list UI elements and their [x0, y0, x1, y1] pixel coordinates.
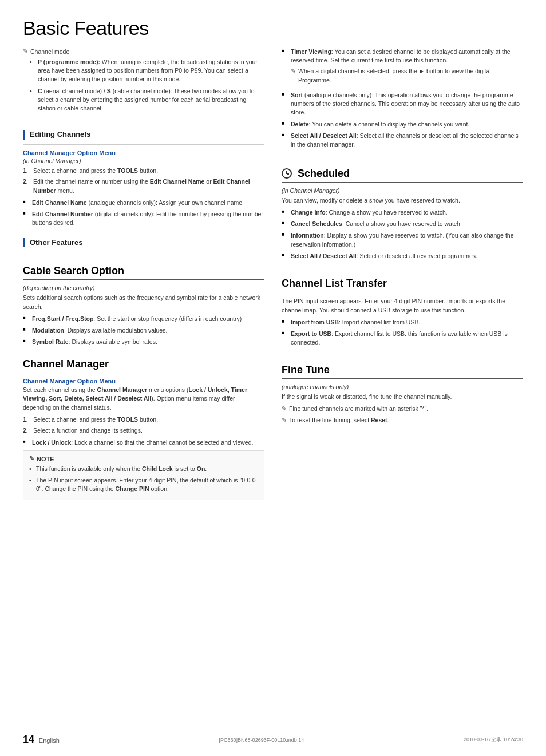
sort-item: Sort (analogue channels only): This oper…	[282, 91, 523, 117]
fine-tune-title: Fine Tune	[282, 364, 523, 376]
content-grid: ✎ Channel mode P (programme mode): When …	[23, 48, 523, 505]
other-features-divider	[23, 252, 264, 252]
channel-list-transfer-list: Import from USB: Import channel list fro…	[282, 318, 523, 347]
step-2-text: Edit the channel name or number using th…	[33, 178, 250, 193]
channel-mode-list: P (programme mode): When tuning is compl…	[23, 58, 264, 113]
timer-note-text: When a digital channel is selected, pres…	[298, 67, 523, 84]
scheduled-title: Scheduled	[282, 168, 523, 180]
channel-mode-section: ✎ Channel mode P (programme mode): When …	[23, 48, 264, 117]
channel-mode-header: ✎ Channel mode	[23, 48, 264, 55]
step-1-text: Select a channel and press the TOOLS but…	[33, 167, 158, 174]
scheduled-title-text: Scheduled	[298, 168, 350, 179]
channel-manager-option-title: Channel Manager Option Menu	[23, 149, 264, 156]
page-title: Basic Features	[23, 17, 523, 39]
channel-mode-p-label: P (programme mode):	[38, 58, 100, 65]
timer-viewing-item: Timer Viewing: You can set a desired cha…	[282, 48, 523, 85]
note-block-title: ✎ NOTE	[29, 455, 258, 462]
channel-list-transfer-body: The PIN input screen appears. Enter your…	[282, 297, 523, 315]
channel-list-transfer-title: Channel List Transfer	[282, 278, 523, 290]
editing-step-2: 2. Edit the channel name or number using…	[23, 177, 264, 195]
fine-tune-note-2: ✎ To reset the fine-tuning, select Reset…	[282, 416, 523, 425]
cable-search-title: Cable Search Option	[23, 265, 264, 277]
channel-manager-label: (in Channel Manager)	[23, 157, 264, 164]
note-block: ✎ NOTE This function is available only w…	[23, 450, 264, 500]
fine-tune-note-1: ✎ Fine tuned channels are marked with an…	[282, 405, 523, 414]
scheduled-clock-icon	[282, 168, 292, 179]
left-column: ✎ Channel mode P (programme mode): When …	[23, 48, 264, 505]
other-features-section: Other Features	[23, 231, 264, 258]
fine-tune-note-2-text: To reset the fine-tuning, select Reset.	[289, 416, 389, 425]
symbol-rate-item: Symbol Rate: Displays available symbol r…	[23, 338, 264, 346]
channel-manager-title: Channel Manager	[23, 358, 264, 370]
lock-unlock-item: Lock / Unlock: Lock a channel so that th…	[23, 438, 264, 447]
cm-step-num-1: 1.	[23, 415, 28, 424]
edit-channel-number-item: Edit Channel Number (digital channels on…	[23, 210, 264, 227]
scheduled-divider	[282, 182, 523, 183]
scheduled-body: You can view, modify or delete a show yo…	[282, 196, 523, 205]
export-to-usb-item: Export to USB: Export channel list to US…	[282, 330, 523, 347]
fine-tune-section: Fine Tune (analogue channels only) If th…	[282, 356, 523, 428]
page-number-block: 14 English	[23, 734, 60, 746]
editing-step-1: 1. Select a channel and press the TOOLS …	[23, 167, 264, 175]
change-info-item: Change Info: Change a show you have rese…	[282, 208, 523, 217]
cm-step-2-text: Select a function and change its setting…	[33, 427, 143, 434]
editing-channels-divider	[23, 144, 264, 145]
channel-manager-steps: 1. Select a channel and press the TOOLS …	[23, 415, 264, 435]
cm-step-2: 2. Select a function and change its sett…	[23, 426, 264, 435]
footer-date: 2010-03-16 오후 10:24:30	[464, 736, 523, 743]
channel-mode-c-label: C	[38, 88, 42, 94]
fine-tune-divider	[282, 378, 523, 379]
channel-manager-option-menu-title: Channel Manager Option Menu	[23, 378, 264, 385]
cancel-schedules-item: Cancel Schedules: Cancel a show you have…	[282, 220, 523, 228]
editing-steps-list: 1. Select a channel and press the TOOLS …	[23, 167, 264, 195]
freq-item: Freq.Start / Freq.Stop: Set the start or…	[23, 315, 264, 323]
cm-step-num-2: 2.	[23, 426, 28, 435]
scheduled-label: (in Channel Manager)	[282, 187, 523, 194]
channel-manager-divider	[23, 373, 264, 373]
editing-channels-section: Editing Channels Channel Manager Option …	[23, 123, 264, 231]
cable-search-body: Sets additional search options such as t…	[23, 294, 264, 312]
import-from-usb-item: Import from USB: Import channel list fro…	[282, 318, 523, 327]
channel-manager-body: Set each channel using the Channel Manag…	[23, 386, 264, 413]
fine-tune-note-1-text: Fine tuned channels are marked with an a…	[289, 405, 428, 413]
fine-tune-body: If the signal is weak or distorted, fine…	[282, 393, 523, 402]
footer-file: [PC530]BN68-02693F-00L10.indb 14	[219, 737, 304, 743]
other-features-header: Other Features	[23, 238, 264, 248]
modulation-item: Modulation: Displays available modulatio…	[23, 326, 264, 335]
page-footer: 14 English [PC530]BN68-02693F-00L10.indb…	[0, 729, 546, 746]
channel-manager-section: Channel Manager Channel Manager Option M…	[23, 350, 264, 505]
scheduled-list: Change Info: Change a show you have rese…	[282, 208, 523, 260]
right-column: Timer Viewing: You can set a desired cha…	[282, 48, 523, 505]
cable-search-country-label: (depending on the country)	[23, 284, 264, 291]
channel-mode-item-cs: C (aerial channel mode) / S (cable chann…	[30, 87, 264, 113]
scheduled-select-all-item: Select All / Deselect All: Select or des…	[282, 252, 523, 260]
channel-mode-item-p: P (programme mode): When tuning is compl…	[30, 58, 264, 84]
note-item-1: This function is available only when the…	[29, 465, 258, 473]
select-all-item: Select All / Deselect All: Select all th…	[282, 132, 523, 149]
channel-list-transfer-divider	[282, 292, 523, 292]
delete-item: Delete: You can delete a channel to disp…	[282, 120, 523, 129]
scheduled-section: Scheduled (in Channel Manager) You can v…	[282, 160, 523, 264]
fine-tune-pencil-2: ✎	[282, 416, 287, 425]
note-title-text: NOTE	[37, 456, 54, 462]
cm-step-1: 1. Select a channel and press the TOOLS …	[23, 415, 264, 424]
timer-note-pencil: ✎	[291, 67, 296, 76]
timer-viewing-list: Timer Viewing: You can set a desired cha…	[282, 48, 523, 88]
fine-tune-label: (analogue channels only)	[282, 383, 523, 390]
cable-search-list: Freq.Start / Freq.Stop: Set the start or…	[23, 315, 264, 347]
right-top-list: Sort (analogue channels only): This oper…	[282, 91, 523, 152]
timer-viewing-note: ✎ When a digital channel is selected, pr…	[291, 67, 523, 84]
step-num-1: 1.	[23, 167, 28, 175]
fine-tune-pencil-1: ✎	[282, 405, 287, 414]
channel-mode-c-text1: (aerial channel mode) /	[42, 88, 107, 94]
cable-search-divider	[23, 279, 264, 280]
page: Basic Features ✎ Channel mode P (program…	[0, 0, 546, 756]
editing-sq-list: Edit Channel Name (analogue channels onl…	[23, 199, 264, 228]
page-language: English	[39, 737, 60, 744]
channel-mode-s-label: S	[107, 88, 111, 94]
cable-search-section: Cable Search Option (depending on the co…	[23, 257, 264, 350]
note-item-2: The PIN input screen appears. Enter your…	[29, 476, 258, 493]
information-item: Information: Display a show you have res…	[282, 231, 523, 248]
edit-channel-name-item: Edit Channel Name (analogue channels onl…	[23, 199, 264, 207]
step-num-2: 2.	[23, 177, 28, 186]
